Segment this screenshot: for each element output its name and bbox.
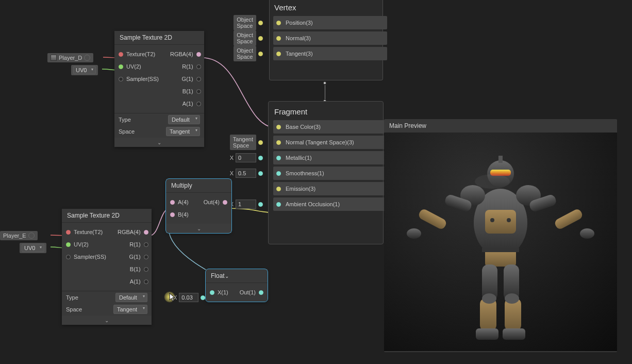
- vertex-slot-position[interactable]: Position(3) Object Space: [273, 16, 387, 29]
- port-out-b[interactable]: [144, 267, 148, 272]
- vertex-slot-tangent[interactable]: Tangent(3) Object Space: [273, 47, 387, 60]
- port-out-rgba[interactable]: [144, 230, 148, 235]
- port-in[interactable]: [276, 156, 281, 160]
- port-in[interactable]: [276, 140, 281, 145]
- param-picker-icon[interactable]: [28, 233, 35, 239]
- fragment-slot-smoothness[interactable]: Smoothness(1) X: [273, 167, 387, 180]
- port-in-b[interactable]: [170, 212, 175, 217]
- space-chip[interactable]: Object Space: [234, 30, 256, 46]
- port-in[interactable]: [276, 52, 281, 56]
- float-x-input-chip[interactable]: X: [173, 293, 205, 302]
- port-in-sampler[interactable]: [66, 255, 71, 259]
- float-x-input[interactable]: [179, 293, 198, 302]
- node-sample-texture-2[interactable]: Sample Texture 2D Texture(T2) UV(2) Samp…: [62, 209, 152, 325]
- svg-point-20: [482, 293, 496, 304]
- port-in-uv[interactable]: [66, 242, 71, 247]
- space-chip[interactable]: Object Space: [234, 46, 256, 61]
- node-multiply[interactable]: Multiply A(4) B(4) Out(4) ⌄: [166, 179, 231, 233]
- fragment-title: Fragment: [273, 104, 387, 120]
- preview-viewport[interactable]: [384, 133, 617, 351]
- chevron-down-icon: ⌄: [157, 140, 161, 145]
- node-title[interactable]: Sample Texture 2D: [114, 31, 204, 45]
- port-in[interactable]: [276, 21, 281, 25]
- svg-rect-1: [485, 210, 516, 234]
- uv-param-chip[interactable]: UV0: [20, 243, 46, 253]
- svg-point-24: [507, 218, 511, 222]
- chevron-down-icon: ⌄: [105, 318, 109, 323]
- texture-param-chip[interactable]: Player_D: [47, 53, 93, 62]
- port-in-texture[interactable]: [66, 230, 71, 235]
- fragment-slot-ao[interactable]: Ambient Occlusion(1) X: [273, 197, 387, 211]
- character-model: [384, 133, 617, 351]
- port-connector[interactable]: [258, 21, 263, 25]
- uv-param-chip[interactable]: UV0: [71, 65, 98, 75]
- port-connector[interactable]: [258, 171, 263, 176]
- svg-point-25: [475, 174, 510, 189]
- svg-rect-16: [476, 328, 498, 340]
- type-select[interactable]: Default: [115, 293, 147, 302]
- port-out[interactable]: [223, 200, 227, 205]
- port-out-r[interactable]: [144, 242, 148, 247]
- svg-rect-5: [498, 156, 503, 163]
- svg-point-10: [407, 228, 421, 239]
- fragment-block: Fragment Base Color(3) Normal (Tangent S…: [273, 104, 387, 213]
- node-float[interactable]: Float ⌄ X(1) Out(1): [206, 269, 268, 302]
- metallic-input[interactable]: [236, 153, 256, 162]
- port-connector[interactable]: [201, 295, 205, 300]
- port-in[interactable]: [276, 36, 281, 41]
- vertex-slot-normal[interactable]: Normal(3) Object Space: [273, 31, 387, 45]
- block-connector-dots: [323, 81, 326, 103]
- graph-canvas[interactable]: Vertex Position(3) Object Space Normal(3…: [0, 0, 632, 364]
- vertex-block: Vertex Position(3) Object Space Normal(3…: [273, 0, 387, 62]
- port-in-texture[interactable]: [119, 52, 123, 57]
- port-connector[interactable]: [258, 202, 263, 207]
- uv-select[interactable]: UV0: [22, 244, 44, 252]
- uv-select[interactable]: UV0: [73, 66, 96, 74]
- texture-param-chip[interactable]: Player_E: [0, 231, 38, 240]
- port-out-b[interactable]: [196, 89, 201, 94]
- space-chip[interactable]: Tangent Space: [230, 135, 256, 150]
- fragment-slot-basecolor[interactable]: Base Color(3): [273, 120, 387, 134]
- expand-toggle[interactable]: ⌄: [114, 138, 204, 147]
- svg-rect-19: [503, 328, 525, 340]
- fragment-slot-metallic[interactable]: Metallic(1) X: [273, 151, 387, 164]
- node-title[interactable]: Sample Texture 2D: [62, 209, 152, 223]
- expand-toggle[interactable]: ⌄: [62, 316, 152, 325]
- port-in-sampler[interactable]: [119, 77, 123, 81]
- fragment-slot-emission[interactable]: Emission(3): [273, 182, 387, 195]
- port-connector[interactable]: [258, 36, 263, 41]
- main-preview-panel[interactable]: Main Preview: [384, 119, 617, 352]
- port-in[interactable]: [276, 202, 281, 207]
- port-in-x[interactable]: [210, 290, 214, 295]
- param-picker-icon[interactable]: [84, 55, 90, 61]
- fragment-slot-normal[interactable]: Normal (Tangent Space)(3) Tangent Space: [273, 136, 387, 149]
- port-in[interactable]: [276, 187, 281, 191]
- space-chip[interactable]: Object Space: [234, 15, 256, 30]
- preview-title[interactable]: Main Preview: [384, 119, 617, 133]
- ao-input[interactable]: [236, 200, 256, 209]
- chevron-down-icon[interactable]: ⌄: [225, 273, 229, 279]
- port-out-rgba[interactable]: [196, 52, 201, 57]
- node-title[interactable]: Multiply: [166, 179, 231, 193]
- port-out-a[interactable]: [144, 279, 148, 284]
- smoothness-input[interactable]: [236, 169, 256, 178]
- port-in-uv[interactable]: [119, 64, 123, 69]
- port-connector[interactable]: [258, 140, 263, 145]
- action-highlight: [164, 291, 175, 303]
- port-out-g[interactable]: [144, 255, 148, 259]
- port-out-a[interactable]: [196, 102, 201, 106]
- expand-toggle[interactable]: ⌄: [166, 224, 231, 233]
- node-sample-texture-1[interactable]: Sample Texture 2D Texture(T2) UV(2) Samp…: [114, 31, 204, 147]
- port-out-g[interactable]: [196, 77, 201, 81]
- port-connector[interactable]: [258, 156, 263, 160]
- port-in-a[interactable]: [170, 200, 175, 205]
- space-select[interactable]: Tangent: [166, 127, 200, 136]
- port-connector[interactable]: [258, 52, 263, 56]
- node-title[interactable]: Float ⌄: [206, 269, 268, 283]
- port-out[interactable]: [259, 290, 263, 295]
- port-out-r[interactable]: [196, 64, 201, 69]
- port-in[interactable]: [276, 171, 281, 176]
- port-in[interactable]: [276, 125, 281, 129]
- space-select[interactable]: Tangent: [113, 305, 147, 314]
- type-select[interactable]: Default: [168, 115, 200, 124]
